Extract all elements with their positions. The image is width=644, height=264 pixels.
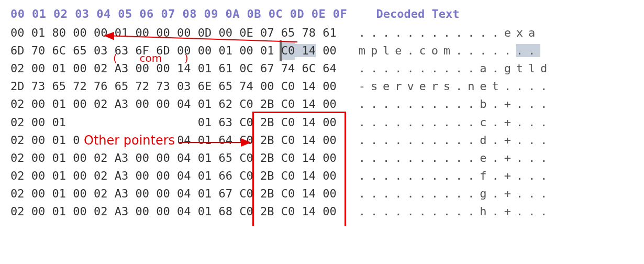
- hex-byte: 00: [323, 169, 337, 182]
- hex-byte: 2B: [260, 169, 274, 182]
- decoded-bytes: -servers.net....: [359, 78, 553, 95]
- hex-byte: 72: [136, 80, 150, 93]
- hex-byte: 00: [156, 151, 170, 164]
- decoded-char: .: [407, 116, 419, 129]
- decoded-char: .: [516, 80, 528, 93]
- hex-byte: 04: [177, 134, 191, 147]
- decoded-char: .: [528, 116, 540, 129]
- hex-byte: 07: [260, 26, 274, 39]
- hex-byte: 2B: [260, 205, 274, 218]
- decoded-char: .: [359, 169, 371, 182]
- hex-byte: 04: [177, 169, 191, 182]
- decoded-char: .: [528, 97, 540, 111]
- decoded-char: .: [443, 134, 456, 147]
- decoded-char: .: [431, 151, 443, 164]
- hex-byte: 02: [10, 97, 25, 111]
- decoded-bytes: mple.com.......: [359, 42, 540, 60]
- hex-byte: 00: [198, 44, 212, 57]
- decoded-char: .: [395, 205, 407, 218]
- hex-byte: C0: [239, 97, 253, 111]
- decoded-char: .: [492, 116, 504, 129]
- decoded-char: l: [383, 44, 395, 57]
- decoded-char: .: [359, 134, 371, 147]
- decoded-bytes: ..........e.+...: [359, 149, 553, 167]
- hex-byte: 2B: [260, 116, 274, 129]
- hex-byte: A3: [115, 169, 129, 182]
- decoded-bytes: ..........c.+...: [359, 114, 553, 131]
- decoded-char: .: [528, 44, 540, 57]
- decoded-char: .: [407, 44, 419, 57]
- hex-byte: 00: [156, 26, 170, 39]
- hex-row: 02 00 01 00 02 A3 00 00 04 01 68 C0 2B C…: [10, 203, 634, 221]
- hex-byte: 00: [156, 134, 170, 147]
- decoded-char: .: [431, 205, 443, 218]
- hex-byte: 01: [198, 151, 212, 164]
- hex-byte: 03: [94, 44, 108, 57]
- decoded-char: .: [371, 151, 383, 164]
- decoded-char: m: [359, 44, 371, 57]
- decoded-char: .: [492, 26, 504, 39]
- hex-byte: 02: [10, 205, 25, 218]
- hex-byte: 65: [219, 151, 233, 164]
- hex-byte: 14: [302, 134, 316, 147]
- decoded-char: .: [540, 151, 552, 164]
- hex-byte: 04: [177, 97, 191, 111]
- hex-row: 00 01 80 00 00 01 00 00 00 0D 00 0E 07 6…: [10, 24, 634, 42]
- decoded-char: .: [359, 151, 371, 164]
- hex-dump-container: 00 01 02 03 04 05 06 07 08 09 0A 0B 0C 0…: [10, 5, 634, 221]
- decoded-char: e: [419, 80, 431, 93]
- decoded-char: v: [407, 80, 419, 93]
- decoded-char: .: [407, 62, 419, 75]
- hex-bytes: 02 00 01 00 02 A3 00 00 04 01 65 C0 2B C…: [10, 149, 337, 167]
- hex-byte: 02: [10, 151, 25, 164]
- hex-byte: C0: [239, 134, 253, 147]
- decoded-char: b: [480, 97, 492, 111]
- decoded-char: .: [431, 134, 443, 147]
- hex-byte: 14: [302, 169, 316, 182]
- decoded-char: .: [419, 151, 431, 164]
- decoded-char: e: [395, 44, 407, 57]
- hex-byte: 61: [323, 26, 337, 39]
- decoded-char: .: [443, 205, 456, 218]
- hex-byte: 6C: [302, 62, 316, 75]
- decoded-char: .: [431, 26, 443, 39]
- hex-byte: 00: [136, 151, 150, 164]
- decoded-char: h: [480, 205, 492, 218]
- decoded-char: .: [443, 151, 456, 164]
- hex-byte: 01: [198, 169, 212, 182]
- hex-byte: 04: [177, 205, 191, 218]
- hex-byte: 01: [52, 187, 66, 200]
- hex-byte: 00: [136, 169, 150, 182]
- decoded-char: .: [407, 187, 419, 200]
- hex-byte: 00: [73, 26, 87, 39]
- decoded-char: .: [456, 151, 468, 164]
- decoded-char: c: [419, 44, 431, 57]
- decoded-char: .: [516, 116, 528, 129]
- hex-byte: 6D: [156, 44, 170, 57]
- hex-row: 02 00 01 00 02 A3 00 00 04 01 64 C0 2B C…: [10, 131, 634, 149]
- hex-byte: 01: [198, 205, 212, 218]
- decoded-char: .: [492, 169, 504, 182]
- hex-byte: 01: [52, 205, 66, 218]
- decoded-bytes: ..........h.+...: [359, 203, 553, 221]
- hex-row: 02 00 01 00 02 A3 00 00 04 01 62 C0 2B C…: [10, 95, 634, 113]
- decoded-char: r: [395, 80, 407, 93]
- decoded-char: .: [468, 187, 480, 200]
- decoded-char: .: [407, 26, 419, 39]
- hex-byte: 6F: [136, 44, 150, 57]
- decoded-char: .: [359, 116, 371, 129]
- hex-byte: 00: [73, 151, 87, 164]
- hex-byte: 02: [10, 134, 25, 147]
- hex-byte: 01: [115, 26, 129, 39]
- decoded-char: +: [504, 134, 516, 147]
- hex-byte: 00: [136, 134, 150, 147]
- decoded-char: +: [504, 116, 516, 129]
- hex-byte: 0C: [239, 62, 253, 75]
- hex-byte: 00: [31, 62, 46, 75]
- decoded-char: .: [468, 134, 480, 147]
- hex-byte: [136, 116, 150, 129]
- decoded-char: d: [480, 134, 492, 147]
- hex-byte: 68: [219, 205, 233, 218]
- hex-row: 02 00 01 00 02 A3 00 00 04 01 66 C0 2B C…: [10, 167, 634, 185]
- hex-byte: 00: [323, 44, 337, 57]
